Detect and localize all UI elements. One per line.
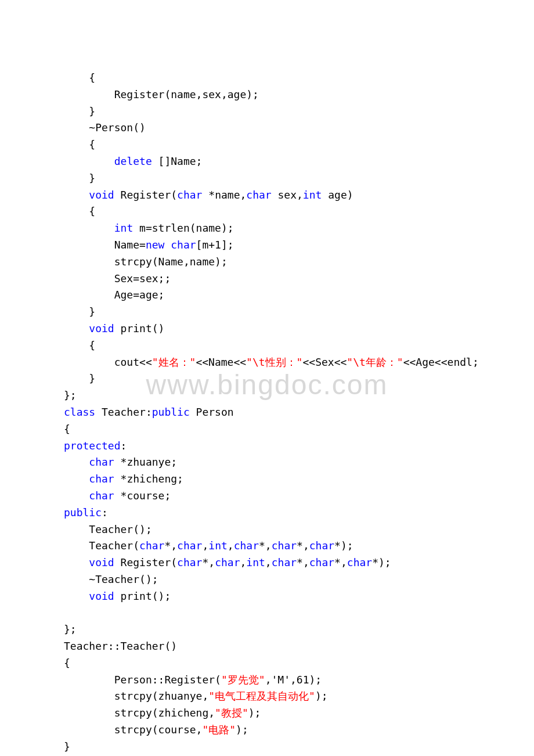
code-line: Age=age; <box>64 289 164 301</box>
code-line: char *zhuanye; <box>64 456 177 468</box>
code-line: class Teacher:public Person <box>64 406 234 418</box>
code-line: strcpy(zhuanye,"电气工程及其自动化"); <box>64 690 328 702</box>
document-page: www.bingdoc.com { Register(name,sex,age)… <box>0 0 534 756</box>
code-line: }; <box>64 389 77 401</box>
code-line: } <box>64 305 95 318</box>
code-line: strcpy(course,"电路"); <box>64 723 248 736</box>
code-line: Sex=sex;; <box>64 272 171 285</box>
code-line: { <box>64 71 95 84</box>
code-line: char *zhicheng; <box>64 473 183 485</box>
code-line: ~Teacher(); <box>64 573 158 585</box>
code-line: strcpy(zhicheng,"教授"); <box>64 707 261 719</box>
code-line: }; <box>64 623 77 635</box>
code-line: } <box>64 372 95 384</box>
code-line: Teacher::Teacher() <box>64 640 177 652</box>
code-line: cout<<"姓名："<<Name<<"\t性别："<<Sex<<"\t年龄："… <box>64 356 479 368</box>
code-block: { Register(name,sex,age); } ~Person() { … <box>64 70 470 756</box>
code-line: Teacher(); <box>64 523 152 535</box>
code-line: { <box>64 657 70 669</box>
code-line: Register(name,sex,age); <box>64 88 259 100</box>
code-line: protected: <box>64 440 127 452</box>
code-line: } <box>64 740 70 753</box>
code-line: Person::Register("罗先觉",'M',61); <box>64 674 322 686</box>
code-line: { <box>64 138 95 150</box>
code-line: { <box>64 339 95 351</box>
code-line: void Register(char*,char,int,char*,char*… <box>64 556 391 568</box>
code-line: void Register(char *name,char sex,int ag… <box>64 189 353 201</box>
code-line: { <box>64 205 95 217</box>
code-line: Teacher(char*,char,int,char*,char*,char*… <box>64 539 353 552</box>
code-line: { <box>64 423 70 435</box>
code-line: delete []Name; <box>64 155 202 167</box>
code-line: void print() <box>64 322 164 334</box>
code-line: char *course; <box>64 489 171 502</box>
code-line: } <box>64 105 95 117</box>
code-line: } <box>64 172 95 184</box>
code-line: strcpy(Name,name); <box>64 255 228 268</box>
code-line: ~Person() <box>64 121 146 134</box>
code-line: public: <box>64 506 108 519</box>
code-line: void print(); <box>64 590 171 602</box>
code-line: int m=strlen(name); <box>64 222 234 234</box>
code-line: Name=new char[m+1]; <box>64 239 234 251</box>
